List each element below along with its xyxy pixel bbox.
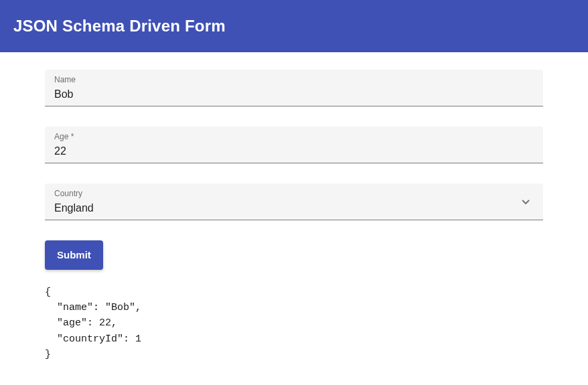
age-label: Age * [54,132,534,143]
country-label: Country [54,189,518,200]
chevron-down-icon [518,194,534,210]
form-container: Name Age * Country England Submit { "nam… [0,52,588,362]
name-field[interactable]: Name [45,70,543,106]
submit-button[interactable]: Submit [45,240,103,270]
name-label: Name [54,75,534,86]
age-field[interactable]: Age * [45,127,543,163]
json-output: { "name": "Bob", "age": 22, "countryId":… [45,285,543,362]
age-input[interactable] [54,144,534,159]
country-select[interactable]: England [54,201,518,216]
page-title: JSON Schema Driven Form [13,17,226,35]
app-toolbar: JSON Schema Driven Form [0,0,588,52]
country-field[interactable]: Country England [45,183,543,220]
name-input[interactable] [54,87,534,102]
